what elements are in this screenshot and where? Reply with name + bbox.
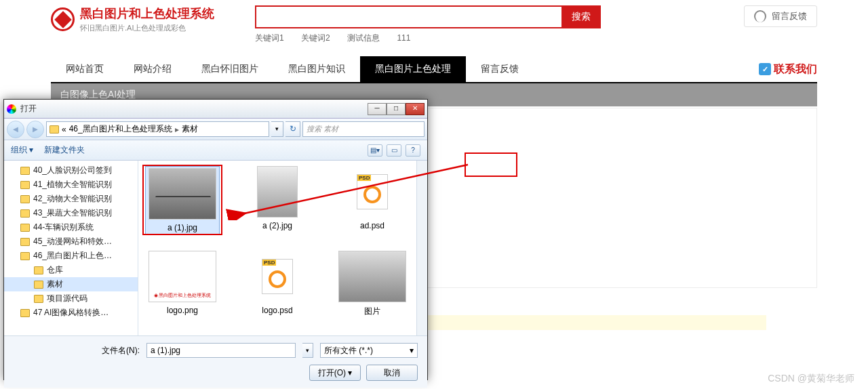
annotation-box xyxy=(465,152,517,177)
preview-icon[interactable]: ▭ xyxy=(387,144,401,157)
path-segment[interactable]: 46_黑白图片和上色处理系统 xyxy=(69,123,172,135)
refresh-button[interactable]: ↻ xyxy=(285,121,300,137)
logo: 黑白图片和上色处理系统 怀旧黑白图片.AI上色处理成彩色 xyxy=(51,5,214,33)
tree-item-selected[interactable]: 素材 xyxy=(4,277,138,291)
path-breadcrumb[interactable]: « 46_黑白图片和上色处理系统 ▸ 素材 xyxy=(46,121,269,137)
file-item[interactable]: 图片 xyxy=(335,251,410,317)
filename-dropdown[interactable]: ▾ xyxy=(302,343,313,358)
file-list[interactable]: a (1).jpg a (2).jpg PSDad.psd ◉ 黑白图片和上色处… xyxy=(138,161,427,335)
dialog-icon xyxy=(7,104,16,114)
new-folder-button[interactable]: 新建文件夹 xyxy=(44,144,85,156)
search-keywords: 关键词1 关键词2 测试信息 111 xyxy=(255,33,601,44)
search-button[interactable]: 搜索 xyxy=(561,5,601,28)
tree-item[interactable]: 45_动漫网站和特效… xyxy=(4,234,138,249)
dialog-title: 打开 xyxy=(20,103,37,115)
tree-item[interactable]: 项目源代码 xyxy=(4,291,138,306)
feedback-label: 留言反馈 xyxy=(772,10,807,22)
tree-item[interactable]: 仓库 xyxy=(4,263,138,277)
nav-feedback[interactable]: 留言反馈 xyxy=(466,56,534,82)
nav-home[interactable]: 网站首页 xyxy=(51,56,119,82)
headset-icon xyxy=(754,10,766,22)
file-open-dialog: 打开 ─ □ ✕ ◄ ► « 46_黑白图片和上色处理系统 ▸ 素材 ▾ ↻ 搜… xyxy=(3,99,428,380)
search-input[interactable] xyxy=(255,5,561,28)
nav-about[interactable]: 网站介绍 xyxy=(119,56,186,82)
nav-bw-photos[interactable]: 黑白怀旧图片 xyxy=(186,56,273,82)
site-title: 黑白图片和上色处理系统 xyxy=(80,5,214,22)
organize-menu[interactable]: 组织 ▾ xyxy=(11,144,33,156)
feedback-button[interactable]: 留言反馈 xyxy=(744,5,817,27)
tree-item[interactable]: 42_动物大全智能识别 xyxy=(4,192,138,206)
nav-colorize[interactable]: 黑白图片上色处理 xyxy=(360,56,466,82)
minimize-button[interactable]: ─ xyxy=(368,103,387,115)
keyword-link[interactable]: 关键词2 xyxy=(301,33,330,43)
scrollbar[interactable] xyxy=(416,161,427,335)
path-dropdown[interactable]: ▾ xyxy=(271,121,283,137)
watermark: CSDN @黄菊华老师 xyxy=(768,373,854,385)
logo-icon xyxy=(51,7,75,31)
contact-icon: ✓ xyxy=(759,63,771,75)
contact-us-link[interactable]: ✓ 联系我们 xyxy=(759,62,817,77)
tree-item[interactable]: 41_植物大全智能识别 xyxy=(4,178,138,192)
file-item[interactable]: PSDlogo.psd xyxy=(240,251,315,317)
filename-input[interactable] xyxy=(146,343,296,358)
keyword-link[interactable]: 111 xyxy=(397,33,410,43)
path-segment[interactable]: 素材 xyxy=(182,123,198,135)
tree-item[interactable]: 44-车辆识别系统 xyxy=(4,220,138,234)
keyword-link[interactable]: 测试信息 xyxy=(347,33,380,43)
close-button[interactable]: ✕ xyxy=(406,103,425,115)
open-button[interactable]: 打开(O) ▾ xyxy=(309,365,361,381)
file-item[interactable]: a (2).jpg xyxy=(240,166,315,234)
maximize-button[interactable]: □ xyxy=(387,103,406,115)
keyword-link[interactable]: 关键词1 xyxy=(255,33,284,43)
filename-label: 文件名(N): xyxy=(102,345,140,356)
view-icon[interactable]: ▤▾ xyxy=(368,144,382,157)
back-button[interactable]: ◄ xyxy=(7,121,24,138)
tree-item[interactable]: 46_黑白图片和上色… xyxy=(4,249,138,263)
dialog-search-input[interactable]: 搜索 素材 xyxy=(302,121,425,137)
folder-icon xyxy=(50,125,59,134)
tree-item[interactable]: 40_人脸识别公司签到 xyxy=(4,163,138,178)
file-item[interactable]: PSDad.psd xyxy=(335,166,410,234)
file-item[interactable]: ◉ 黑白图片和上色处理系统logo.png xyxy=(145,251,220,317)
nav-bw-knowledge[interactable]: 黑白图片知识 xyxy=(273,56,360,82)
help-icon[interactable]: ? xyxy=(406,144,420,157)
cancel-button[interactable]: 取消 xyxy=(366,365,418,381)
contact-label: 联系我们 xyxy=(774,62,817,77)
folder-tree[interactable]: 40_人脸识别公司签到 41_植物大全智能识别 42_动物大全智能识别 43_果… xyxy=(4,161,138,335)
tree-item[interactable]: 43_果蔬大全智能识别 xyxy=(4,206,138,220)
site-subtitle: 怀旧黑白图片.AI上色处理成彩色 xyxy=(80,23,214,33)
tree-item[interactable]: 47 AI图像风格转换… xyxy=(4,306,138,320)
filetype-dropdown[interactable]: 所有文件 (*.*)▾ xyxy=(320,343,418,358)
forward-button[interactable]: ► xyxy=(26,121,44,138)
